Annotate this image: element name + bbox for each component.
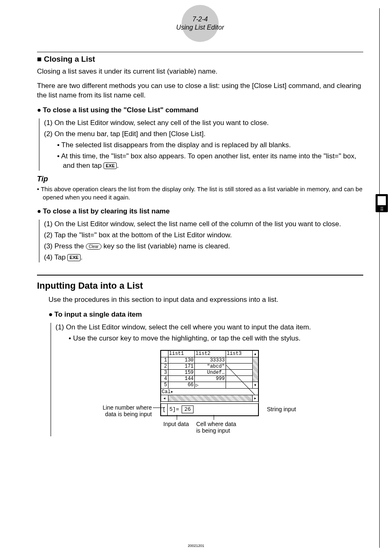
step-b4: (4) Tap EXE. [44,253,363,262]
scroll-down-icon: ▾ [252,382,258,388]
input-single-heading: ●To input a single data item [48,310,363,319]
tip-heading: Tip [37,175,363,183]
step-c1: (1) On the List Editor window, select th… [55,323,363,332]
closing-list-p1: Closing a list saves it under its curren… [37,67,363,76]
callout-string-input: String input [267,406,296,412]
step-b2: (2) Tap the "list=" box at the bottom of… [44,231,363,240]
callout-line-number: Line number where data is being input [82,404,152,417]
divider [37,52,363,52]
close-list-clear-heading-text: To close a list by clearing its list nam… [43,207,170,215]
col-header: list3 [226,350,252,357]
inputting-data-heading: Inputting Data into a List [37,280,363,291]
substep-a1: • The selected list disappears from the … [57,141,363,150]
h-scrollbar [168,395,252,401]
step-a2: (2) On the menu bar, tap [Edit] and then… [44,130,363,139]
step-b3: (3) Press the Clear key so the list (var… [44,242,363,251]
square-bullet-icon: ■ [37,55,42,63]
scroll-right-icon: ▸ [252,395,258,401]
closing-list-heading: ■ Closing a List [37,55,363,64]
step-b1: (1) On the List Editor window, select th… [44,220,363,229]
input-single-heading-text: To input a single data item [54,310,142,318]
col-header: list1 [168,350,195,357]
inputting-data-p1: Use the procedures in this section to in… [48,295,363,305]
divider [37,275,363,276]
header-title: Using List Editor [37,23,363,31]
tip-body: • This above operation clears the list f… [37,185,363,202]
closing-list-heading-text: Closing a List [44,55,95,63]
callout-line [153,408,164,408]
clear-key-icon: Clear [86,243,101,250]
substep-a2-text: • At this time, the "list=" box also app… [57,152,356,169]
input-lbl: [ [161,404,168,415]
col-header: list2 [195,350,226,357]
page-header: 7-2-4 Using List Editor [37,8,363,41]
scroll-up-icon: ▴ [252,350,258,357]
substep-a2-end: . [117,162,119,169]
bullet-dot-icon: ● [48,310,53,318]
exe-key-icon: EXE [67,254,81,261]
input-value: 26 [182,405,194,413]
callout-line [214,415,214,420]
step-a1: (1) On the List Editor window, select an… [44,118,363,128]
close-list-command-steps: (1) On the List Editor window, select an… [39,118,363,171]
closing-list-p2: There are two different methods you can … [37,81,363,100]
step-b3-b: key so the list (variable) name is clear… [101,242,230,250]
close-list-clear-steps: (1) On the List Editor window, select th… [39,220,363,262]
callout-input-data: Input data [164,421,189,427]
input-eq: 5]= [168,406,180,412]
list-editor-diagram: list1 list2 list3 ▴ 113033333 2171"abcd"… [95,350,325,436]
exe-key-icon: EXE [104,162,117,169]
page-content: 7-2-4 Using List Editor ■ Closing a List… [0,0,392,453]
bullet-dot-icon: ● [37,106,41,114]
header-chapter: 7-2-4 [37,8,363,23]
cal-row: Cal▸ [161,388,258,395]
footer-number: 20021201 [0,544,392,548]
callout-line [177,415,177,420]
scroll-left-icon: ◂ [161,395,168,401]
callout-cell-where: Cell where data is being input [196,421,236,434]
step-b3-a: (3) Press the [44,242,86,250]
close-list-clear-heading: ●To close a list by clearing its list na… [37,207,363,215]
step-b4-a: (4) Tap [44,253,67,261]
substep-c1: • Use the cursor key to move the highlig… [69,334,363,343]
list-table: list1 list2 list3 ▴ 113033333 2171"abcd"… [161,350,258,402]
input-single-steps: (1) On the List Editor window, select th… [50,323,363,436]
close-list-command-heading: ●To close a list using the "Close List" … [37,106,363,114]
input-bar: [ 5]= 26 [161,403,258,416]
substep-a2: • At this time, the "list=" box also app… [57,152,363,171]
close-list-command-heading-text: To close a list using the "Close List" c… [43,106,198,114]
step-b4-b: . [81,253,83,261]
scrollbar [252,357,258,382]
bullet-dot-icon: ● [37,207,41,215]
